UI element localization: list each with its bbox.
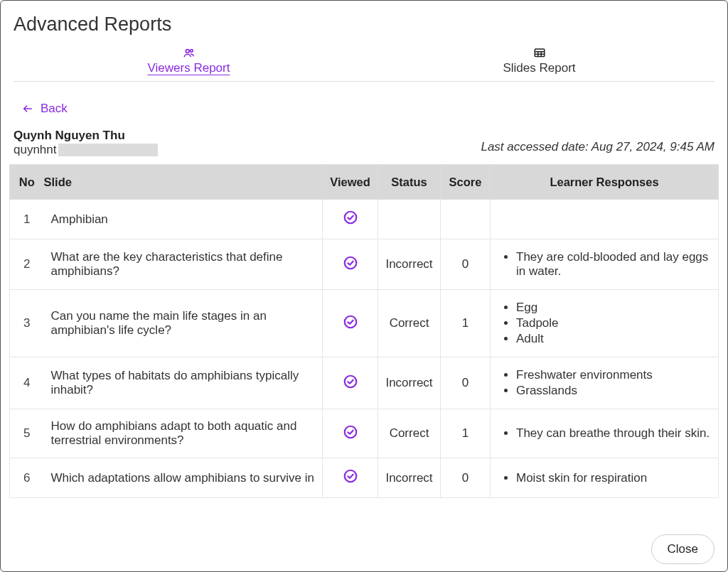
cell-viewed (323, 357, 378, 409)
table-row: 1Amphibian (10, 200, 719, 239)
col-header-responses: Learner Responses (491, 166, 719, 200)
cell-viewed (323, 290, 378, 357)
response-item: Tadpole (516, 315, 711, 331)
cell-score: 0 (441, 357, 491, 409)
cell-responses: EggTadpoleAdult (491, 290, 719, 357)
response-item: Egg (516, 300, 711, 315)
cell-slide: Which adaptations allow amphibians to su… (44, 458, 323, 498)
redacted-block (58, 144, 158, 156)
check-circle-icon (343, 314, 358, 330)
cell-viewed (323, 458, 378, 498)
cell-score: 1 (441, 409, 491, 458)
cell-responses: They are cold-blooded and lay eggs in wa… (491, 239, 719, 290)
cell-slide: How do amphibians adapt to both aquatic … (44, 409, 323, 458)
report-table: No Slide Viewed Status Score Learner Res… (9, 165, 719, 498)
cell-status: Incorrect (378, 239, 441, 290)
check-circle-icon (343, 424, 358, 440)
cell-no: 2 (10, 239, 44, 290)
back-button[interactable]: Back (22, 102, 68, 116)
svg-point-13 (344, 470, 356, 482)
check-circle-icon (343, 210, 358, 225)
svg-point-11 (344, 375, 356, 387)
response-item: Moist skin for respiration (516, 470, 711, 486)
cell-slide: What are the key characteristics that de… (44, 239, 323, 290)
table-row: 2What are the key characteristics that d… (10, 239, 719, 290)
cell-status: Incorrect (378, 458, 441, 498)
tabs: Viewers Report Slides Report (14, 44, 714, 82)
cell-responses: They can breathe through their skin. (491, 409, 719, 458)
tab-label: Slides Report (503, 61, 575, 75)
cell-slide: Amphibian (44, 200, 323, 239)
cell-status: Incorrect (378, 357, 441, 409)
svg-point-0 (186, 50, 189, 53)
svg-point-12 (344, 426, 356, 438)
table-row: 6Which adaptations allow amphibians to s… (10, 458, 719, 498)
col-header-score: Score (441, 166, 491, 200)
check-circle-icon (343, 374, 358, 389)
table-icon (532, 47, 547, 60)
close-button[interactable]: Close (651, 534, 714, 564)
user-email-prefix: quynhnt (14, 143, 57, 157)
cell-responses (491, 200, 719, 239)
cell-score: 1 (441, 290, 491, 357)
table-row: 5How do amphibians adapt to both aquatic… (10, 409, 719, 458)
user-header: Quynh Nguyen Thu quynhnt Last accessed d… (1, 122, 727, 160)
svg-rect-2 (535, 49, 545, 57)
cell-no: 1 (10, 200, 44, 239)
check-circle-icon (343, 255, 358, 271)
response-item: Adult (516, 331, 711, 347)
svg-point-9 (344, 257, 356, 269)
svg-point-10 (344, 315, 356, 328)
report-table-scroll[interactable]: No Slide Viewed Status Score Learner Res… (9, 164, 719, 518)
cell-responses: Freshwater environmentsGrasslands (491, 357, 719, 409)
cell-slide: What types of habitats do amphibians typ… (44, 357, 323, 409)
svg-point-8 (344, 212, 356, 224)
cell-score: 0 (441, 458, 491, 498)
cell-status (378, 200, 441, 239)
user-email: quynhnt (14, 143, 158, 157)
cell-score: 0 (441, 239, 491, 290)
advanced-reports-dialog: Advanced Reports Viewers Report Slides R… (0, 0, 728, 572)
col-header-slide: Slide (44, 166, 323, 200)
cell-status: Correct (378, 409, 441, 458)
cell-no: 3 (10, 290, 44, 357)
cell-viewed (323, 200, 378, 239)
arrow-left-icon (22, 103, 33, 114)
cell-no: 6 (10, 458, 44, 498)
back-label: Back (41, 102, 68, 116)
cell-viewed (323, 409, 378, 458)
col-header-no: No (10, 166, 44, 200)
table-row: 4What types of habitats do amphibians ty… (10, 357, 719, 409)
people-icon (181, 47, 197, 60)
cell-slide: Can you name the main life stages in an … (44, 290, 323, 357)
cell-responses: Moist skin for respiration (491, 458, 719, 498)
col-header-viewed: Viewed (323, 166, 378, 200)
cell-score (441, 200, 491, 239)
tab-viewers-report[interactable]: Viewers Report (14, 44, 364, 81)
tab-label: Viewers Report (148, 61, 230, 75)
cell-viewed (323, 239, 378, 290)
table-row: 3Can you name the main life stages in an… (10, 290, 719, 357)
cell-no: 4 (10, 357, 44, 409)
tab-slides-report[interactable]: Slides Report (364, 44, 714, 81)
svg-point-1 (190, 49, 193, 52)
check-circle-icon (343, 468, 358, 484)
response-item: Freshwater environments (516, 367, 711, 383)
last-accessed-date: Last accessed date: Aug 27, 2024, 9:45 A… (481, 140, 714, 157)
cell-no: 5 (10, 409, 44, 458)
col-header-status: Status (378, 166, 441, 200)
response-item: Grasslands (516, 383, 711, 399)
response-item: They are cold-blooded and lay eggs in wa… (516, 249, 711, 279)
cell-status: Correct (378, 290, 441, 357)
response-item: They can breathe through their skin. (516, 426, 711, 441)
dialog-title: Advanced Reports (1, 8, 727, 44)
user-name: Quynh Nguyen Thu (14, 129, 158, 143)
